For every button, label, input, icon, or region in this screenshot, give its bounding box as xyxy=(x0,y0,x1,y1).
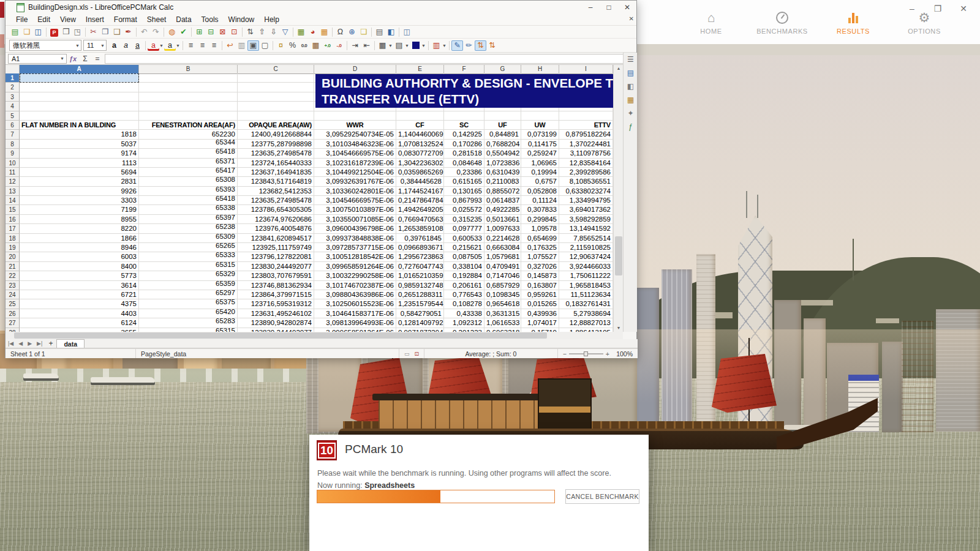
cell-C20[interactable]: 123796,127822081 xyxy=(238,252,314,261)
cell-E5[interactable] xyxy=(396,111,444,121)
calc-titlebar[interactable]: BuildingDesign.xls - LibreOfficePCMark C… xyxy=(6,1,636,14)
cell-F23[interactable]: 0,206161 xyxy=(444,281,484,290)
cell-C11[interactable]: 123637,164941835 xyxy=(238,168,314,177)
cell-F20[interactable]: 0,087505 xyxy=(444,252,484,261)
cell-E20[interactable]: 1,2956723863 xyxy=(396,252,444,261)
cell-A24[interactable]: 6721 xyxy=(20,290,139,299)
delete-decimal-icon[interactable]: -.0 xyxy=(333,40,345,51)
cell-C2[interactable] xyxy=(238,83,314,92)
cell-D11[interactable]: 3,104499212504E-06 xyxy=(314,168,396,177)
cell-F26[interactable]: 0,43338 xyxy=(444,309,484,318)
cell-C17[interactable]: 123976,40054876 xyxy=(238,224,314,233)
cell-A22[interactable]: 5773 xyxy=(20,271,139,280)
cell-H22[interactable]: 0,145873 xyxy=(521,271,559,280)
background-color-icon[interactable] xyxy=(410,40,421,51)
menu-window[interactable]: Window xyxy=(224,15,259,24)
cell-I22[interactable]: 1,750611222 xyxy=(559,271,613,280)
cell-G11[interactable]: 0,6310439 xyxy=(484,168,521,177)
sort-desc-quick-icon[interactable]: ⇅ xyxy=(486,40,498,51)
row-header-2[interactable]: 2 xyxy=(6,83,20,92)
vertical-scrollbar[interactable]: ▲ ▼ xyxy=(613,65,623,332)
border-style-icon[interactable]: ▤ xyxy=(393,40,405,51)
cell-B1[interactable] xyxy=(139,73,238,83)
cell-B20[interactable]: 65333 xyxy=(139,252,238,261)
cancel-benchmark-button[interactable]: CANCEL BENCHMARK xyxy=(565,489,639,504)
cell-G17[interactable]: 1,0097633 xyxy=(484,224,521,233)
cell-A27[interactable]: 6124 xyxy=(20,318,139,328)
column-header-A[interactable]: A xyxy=(20,65,139,74)
autofilter-icon[interactable]: ▽ xyxy=(279,27,291,37)
cell-I23[interactable]: 1,965818453 xyxy=(559,281,613,290)
cell-E14[interactable]: 0,2147864784 xyxy=(396,196,444,205)
cell-F6[interactable]: SC xyxy=(444,121,484,130)
cell-A12[interactable]: 2831 xyxy=(20,177,139,186)
cell-F22[interactable]: 0,192884 xyxy=(444,271,484,280)
row-header-3[interactable]: 3 xyxy=(6,92,20,102)
cell-A9[interactable]: 9174 xyxy=(20,149,139,158)
function-wizard-icon[interactable]: ƒx xyxy=(67,55,79,62)
cell-G20[interactable]: 1,0579681 xyxy=(484,252,521,261)
cell-I16[interactable]: 3,598292859 xyxy=(559,215,613,224)
horizontal-scroll-thumb[interactable] xyxy=(14,332,547,339)
delete-row-icon[interactable]: ⊠ xyxy=(217,27,228,37)
undo-icon[interactable]: ↶ xyxy=(138,27,150,37)
wrap-text-icon[interactable]: ↩ xyxy=(224,40,236,51)
cell-H15[interactable]: 0,307833 xyxy=(521,205,559,214)
pcmark-close-button[interactable]: ✕ xyxy=(958,4,969,13)
cell-F9[interactable]: 0,281518 xyxy=(444,149,484,158)
row-header-20[interactable]: 20 xyxy=(6,252,20,261)
insert-row-icon[interactable]: ⊞ xyxy=(194,27,205,37)
cell-B7[interactable]: 652230 xyxy=(139,130,238,139)
formula-input[interactable] xyxy=(105,54,625,64)
cell-I13[interactable]: 0,6338023274 xyxy=(559,187,613,196)
cell-B11[interactable]: 65417 xyxy=(139,168,238,177)
cell-A10[interactable]: 1113 xyxy=(20,159,139,168)
add-sheet-button[interactable]: + xyxy=(45,339,56,348)
cell-F10[interactable]: 0,084648 xyxy=(444,159,484,168)
cell-E17[interactable]: 1,2653859108 xyxy=(396,224,444,233)
borders-icon[interactable]: ▦ xyxy=(377,40,388,51)
cell-F24[interactable]: 0,776543 xyxy=(444,290,484,299)
styles-icon[interactable]: ◧ xyxy=(624,80,638,93)
cell-C22[interactable]: 123803,707679591 xyxy=(238,271,314,280)
pivot-table-icon[interactable]: ▦ xyxy=(318,27,330,37)
underline-icon[interactable]: a xyxy=(132,40,143,51)
cell-G27[interactable]: 1,0616533 xyxy=(484,318,521,328)
row-header-11[interactable]: 11 xyxy=(6,168,20,177)
sort-descending-icon[interactable]: ⇩ xyxy=(268,27,279,37)
cell-B22[interactable]: 65329 xyxy=(139,271,238,280)
selection-mode-icon[interactable]: ▭ xyxy=(404,351,410,357)
cell-A15[interactable]: 7199 xyxy=(20,205,139,214)
unmerge-cells-icon[interactable]: ▢ xyxy=(259,40,271,51)
cell-D10[interactable]: 3,102316187239E-06 xyxy=(314,159,396,168)
cell-B3[interactable] xyxy=(139,92,238,102)
chevron-down-icon[interactable]: ▼ xyxy=(60,56,66,61)
menu-file[interactable]: File xyxy=(12,15,32,24)
cell-B14[interactable]: 65418 xyxy=(139,196,238,205)
sort-asc-quick-icon[interactable]: ⇅ xyxy=(475,40,486,51)
corner-box[interactable] xyxy=(6,65,20,74)
cell-I27[interactable]: 12,88827013 xyxy=(559,318,613,328)
row-header-14[interactable]: 14 xyxy=(6,196,20,205)
insert-comment-icon[interactable]: ❏ xyxy=(358,27,369,37)
row-header-15[interactable]: 15 xyxy=(6,205,20,214)
cell-G22[interactable]: 0,7147046 xyxy=(484,271,521,280)
cell-B9[interactable]: 65418 xyxy=(139,149,238,158)
cell-F18[interactable]: 0,600533 xyxy=(444,234,484,243)
cell-E21[interactable]: 0,7276047743 xyxy=(396,262,444,271)
cell-E12[interactable]: 0,384445628 xyxy=(396,177,444,186)
cell-H14[interactable]: 0,11124 xyxy=(521,196,559,205)
cell-B4[interactable] xyxy=(139,102,238,111)
cell-D12[interactable]: 3,099326391767E-06 xyxy=(314,177,396,186)
column-header-B[interactable]: B xyxy=(139,65,238,74)
cell-B19[interactable]: 65265 xyxy=(139,243,238,252)
cell-H25[interactable]: 0,015265 xyxy=(521,299,559,309)
decrease-indent-icon[interactable]: ⇤ xyxy=(361,40,372,51)
cell-A7[interactable]: 1818 xyxy=(20,130,139,139)
cell-D7[interactable]: 3,095292540734E-05 xyxy=(314,130,396,139)
cell-C9[interactable]: 123635,274985478 xyxy=(238,149,314,158)
cell-E15[interactable]: 1,4942649205 xyxy=(396,205,444,214)
chevron-down-icon[interactable]: ▼ xyxy=(176,43,181,48)
currency-format-icon[interactable]: ¤ xyxy=(275,40,287,51)
cell-C12[interactable]: 123843,517164819 xyxy=(238,177,314,186)
